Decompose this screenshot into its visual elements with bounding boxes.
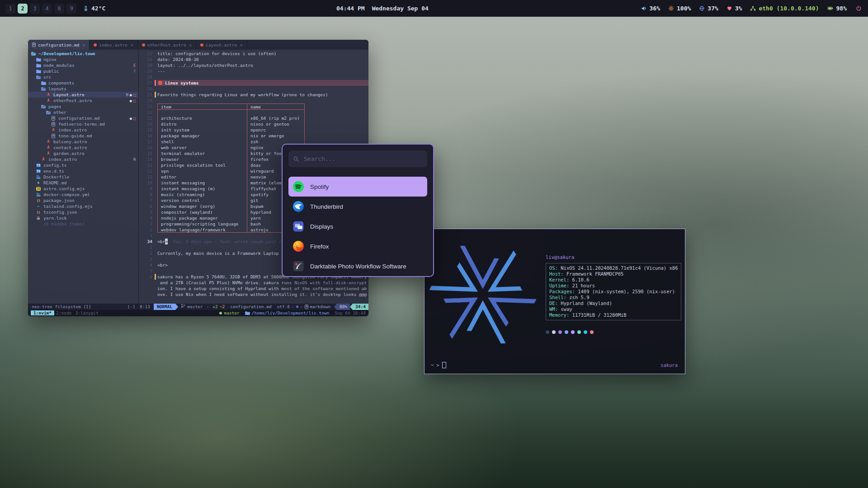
close-icon[interactable]: × <box>189 42 192 47</box>
tree-item[interactable]: ALayout.astroH●□ <box>28 92 138 98</box>
table-cell-item <box>157 109 247 115</box>
tree-item[interactable]: Mtone-guide.md <box>28 133 138 139</box>
tree-item[interactable]: src <box>28 74 138 80</box>
line-number: 19 <box>139 127 155 133</box>
tab-Layout.astro[interactable]: Layout.astro× <box>196 40 247 50</box>
tree-item[interactable]: TSenv.d.ts <box>28 168 138 174</box>
network-module[interactable]: eth0 (10.0.0.140) <box>750 5 819 12</box>
file-icon-lock <box>36 216 41 220</box>
power-button[interactable] <box>855 5 863 12</box>
memory-module[interactable]: 3% <box>726 5 742 12</box>
tree-item[interactable]: node_modulesE <box>28 62 138 68</box>
file-icon-astro: A <box>46 140 51 144</box>
tree-item[interactable]: Acontact.astro <box>28 145 138 150</box>
tree-item[interactable]: docker-compose.yml <box>28 192 138 197</box>
tree-item[interactable]: Aindex.astroH <box>28 156 138 162</box>
tree-item[interactable]: nginx <box>28 56 138 62</box>
tmux-window[interactable]: 3:lazygit <box>73 310 100 315</box>
app-item[interactable]: Firefox <box>288 236 427 256</box>
app-item[interactable]: Darktable Photo Workflow Software <box>288 256 427 276</box>
workspace-button[interactable]: 3 <box>30 4 40 14</box>
fetch-info-line: Memory: 11731MiB / 31280MiB <box>549 312 678 318</box>
darktable-icon <box>292 260 304 272</box>
file-icon-markdown: M <box>51 116 56 121</box>
tree-item[interactable]: (6 hidden items) <box>28 221 138 227</box>
tree-item[interactable]: JSastro.config.mjs <box>28 186 138 192</box>
buffer-line: ion. I have a setup consisting of Hyprla… <box>139 286 368 291</box>
workspace-button[interactable]: 1 <box>5 4 15 14</box>
tree-item[interactable]: public? <box>28 68 138 74</box>
tree-item[interactable]: other <box>28 109 138 115</box>
tree-item[interactable]: pages <box>28 103 138 109</box>
displays-icon <box>292 221 304 232</box>
workspace-button[interactable]: 9 <box>66 4 76 14</box>
table-row: architecturex86_64 (rip m2 pro) <box>157 115 305 121</box>
file-icon-tailwind: ~ <box>36 205 41 208</box>
close-icon[interactable]: × <box>82 42 85 47</box>
tree-item[interactable]: Dockerfile <box>28 174 138 180</box>
tree-item[interactable]: layouts <box>28 86 138 92</box>
app-item[interactable]: Displays <box>288 216 427 236</box>
tree-item[interactable]: Mfediverse-terms.md <box>28 121 138 127</box>
buffer-line: 21architecturex86_64 (rip m2 pro) <box>139 115 368 121</box>
close-icon[interactable]: × <box>240 42 243 47</box>
tree-item[interactable]: AotherPost.astro●□ <box>28 98 138 103</box>
neotree-collapse-button[interactable]: [-] <box>127 304 135 310</box>
shell-prompt[interactable]: ~ > <box>431 362 446 368</box>
buffer-line: 23itemname <box>139 103 368 109</box>
separator: ‹ <box>301 304 303 310</box>
os-icon: ❄ <box>296 304 299 310</box>
neotree-status: neo-tree filesystem [1] <box>32 304 91 310</box>
sign-column <box>155 209 157 215</box>
sign-column <box>155 280 157 286</box>
tab-otherPost.astro[interactable]: otherPost.astro× <box>138 40 197 50</box>
app-item[interactable]: Thunderbird <box>288 197 427 216</box>
cpu-module[interactable]: 37% <box>699 5 718 12</box>
volume-module[interactable]: 36% <box>641 5 660 12</box>
search-input[interactable] <box>303 155 423 163</box>
tree-item[interactable]: yarn.lock <box>28 215 138 221</box>
tmux-window[interactable]: 1:nvim* <box>31 310 54 315</box>
fetch-info-line: Packages: 1409 (nix-system), 2590 (nix-u… <box>549 289 678 295</box>
workspace-button[interactable]: 2 <box>18 4 28 14</box>
tab-index.astro[interactable]: index.astro× <box>90 40 138 50</box>
tree-item[interactable]: RREADME.md <box>28 180 138 186</box>
tree-item[interactable]: Aindex.astro <box>28 127 138 133</box>
tree-item[interactable]: TSconfig.ts <box>28 162 138 168</box>
workspace-button[interactable]: 4 <box>42 4 52 14</box>
user-host: liv@sakura <box>546 254 681 260</box>
line-number: 17 <box>139 139 155 145</box>
buffer-line: 25Favorite things regarding Linux and my… <box>139 92 368 98</box>
tree-item[interactable]: {}tsconfig.json <box>28 209 138 215</box>
tmux-window[interactable]: 2:node <box>54 310 73 315</box>
tree-item[interactable]: ~tailwind.config.mjs <box>28 203 138 209</box>
buffer-line: 20distronixos or gentoo <box>139 121 368 127</box>
git-branch: master <box>187 304 203 310</box>
sign-column <box>155 74 157 80</box>
fetch-terminal[interactable]: liv@sakura OS: NixOS 24.11.20240828.71e9… <box>424 229 685 374</box>
tab-configuration.md[interactable]: Mconfiguration.md× <box>28 40 90 50</box>
tree-item[interactable]: Mconfiguration.md●□ <box>28 115 138 121</box>
table-cell-item: webdev language/framework <box>157 227 247 233</box>
sign-column <box>155 98 157 103</box>
tree-item[interactable]: Abalcony.astro <box>28 139 138 145</box>
tree-item[interactable]: {}package.json <box>28 197 138 203</box>
battery-module[interactable]: 98% <box>827 5 847 12</box>
statusline-filetype-icon: M <box>305 305 308 309</box>
git-markers: E <box>133 63 136 68</box>
separator: › <box>207 304 209 310</box>
table-cell-item: instant messaging (m) <box>157 186 247 192</box>
sign-column <box>155 150 157 156</box>
tab-label: configuration.md <box>38 42 80 47</box>
workspace-button[interactable]: 8 <box>54 4 64 14</box>
tree-item[interactable]: components <box>28 80 138 86</box>
close-icon[interactable]: × <box>131 42 133 47</box>
line-number: 7 <box>139 197 155 203</box>
tree-item[interactable]: Agarden.astro <box>28 150 138 156</box>
tree-root[interactable]: ~/Development/liv.town <box>28 51 138 56</box>
tree-item-label: src <box>43 75 51 80</box>
app-item[interactable]: Spotify <box>288 177 427 197</box>
file-tree: ~/Development/liv.townnginxnode_modulesE… <box>28 50 139 304</box>
brightness-module[interactable]: 100% <box>668 5 691 12</box>
sign-column <box>155 256 157 262</box>
